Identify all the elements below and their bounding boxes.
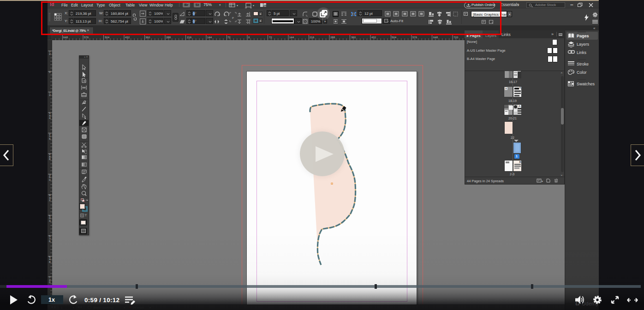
svg-text:▾: ▾ xyxy=(542,180,543,183)
